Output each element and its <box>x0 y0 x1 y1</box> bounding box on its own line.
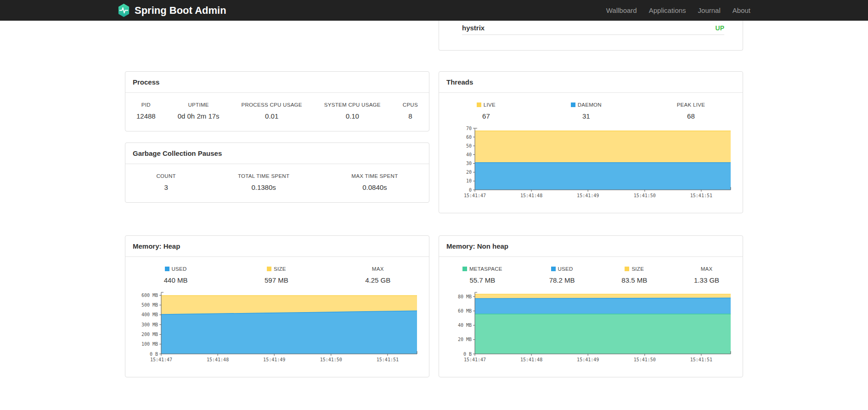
stat-value: 83.5 MB <box>621 276 647 284</box>
stat-heap-size: SIZE 597 MB <box>265 266 288 284</box>
memory-heap-card: Memory: Heap USED 440 MB SIZE 597 MB <box>125 235 429 377</box>
stat-nonheap-used: USED 78.2 MB <box>549 266 575 284</box>
application-row-hystrix[interactable]: hystrix UP <box>462 21 724 35</box>
stat-process-cpu-usage: PROCESS CPU USAGE 0.01 <box>242 102 302 120</box>
stat-nonheap-size: SIZE 83.5 MB <box>621 266 647 284</box>
stat-label: SYSTEM CPU USAGE <box>324 102 381 108</box>
svg-text:15:41:49: 15:41:49 <box>577 193 599 198</box>
stat-gc-max-time: MAX TIME SPENT 0.0840s <box>351 173 398 191</box>
svg-text:600 MB: 600 MB <box>141 293 158 298</box>
nav-link-applications[interactable]: Applications <box>643 6 692 14</box>
brand-title: Spring Boot Admin <box>135 5 226 17</box>
stat-value: 440 MB <box>164 276 188 284</box>
svg-text:0 B: 0 B <box>463 352 472 357</box>
svg-text:60: 60 <box>466 135 472 140</box>
svg-text:100 MB: 100 MB <box>141 342 158 347</box>
svg-text:15:41:51: 15:41:51 <box>377 357 399 362</box>
stat-label-text: SIZE <box>274 266 286 272</box>
stat-label-text: SYSTEM CPU USAGE <box>324 102 381 108</box>
stat-threads-live: LIVE 67 <box>477 102 496 120</box>
stat-label-text: USED <box>558 266 573 272</box>
svg-text:15:41:50: 15:41:50 <box>320 357 342 362</box>
nav-links: Wallboard Applications Journal About <box>600 6 750 14</box>
stat-label: DAEMON <box>571 102 602 108</box>
svg-text:0 B: 0 B <box>150 352 158 357</box>
stat-value: 1.33 GB <box>694 276 719 284</box>
stat-value: 55.7 MB <box>462 276 502 284</box>
stat-label: CPUS <box>403 102 418 108</box>
stat-threads-peak-live: PEAK LIVE 68 <box>677 102 705 120</box>
stat-label-text: MAX <box>701 266 713 272</box>
svg-text:15:41:48: 15:41:48 <box>520 357 542 362</box>
svg-text:15:41:51: 15:41:51 <box>690 357 712 362</box>
svg-text:15:41:50: 15:41:50 <box>634 193 656 198</box>
process-card-title: Process <box>125 72 429 93</box>
stat-gc-count: COUNT 3 <box>157 173 176 191</box>
process-card: Process PID 12488 UPTIME 0d 0h 2m 17s PR… <box>125 71 429 131</box>
threads-card: Threads LIVE 67 DAEMON 31 <box>439 71 743 213</box>
memory-heap-card-title: Memory: Heap <box>125 236 429 257</box>
memory-nonheap-card: Memory: Non heap METASPACE 55.7 MB USED … <box>439 235 743 377</box>
memory-nonheap-card-title: Memory: Non heap <box>439 236 743 257</box>
stat-nonheap-metaspace: METASPACE 55.7 MB <box>462 266 502 284</box>
stat-label-text: TOTAL TIME SPENT <box>238 173 289 179</box>
stat-label: MAX <box>694 266 719 272</box>
svg-text:400 MB: 400 MB <box>141 312 158 317</box>
svg-text:300 MB: 300 MB <box>141 322 158 327</box>
process-card-body: PID 12488 UPTIME 0d 0h 2m 17s PROCESS CP… <box>125 93 429 131</box>
stat-label-text: UPTIME <box>188 102 209 108</box>
svg-text:15:41:51: 15:41:51 <box>690 193 712 198</box>
top-row: hystrix UP <box>125 21 743 51</box>
brand-link[interactable]: Spring Boot Admin <box>118 3 226 17</box>
svg-text:15:41:48: 15:41:48 <box>207 357 229 362</box>
stat-value: 0d 0h 2m 17s <box>178 112 220 120</box>
stat-uptime: UPTIME 0d 0h 2m 17s <box>178 102 220 120</box>
used-legend-swatch <box>551 267 556 271</box>
stat-nonheap-max: MAX 1.33 GB <box>694 266 719 284</box>
stat-label-text: METASPACE <box>469 266 502 272</box>
stat-label-text: PROCESS CPU USAGE <box>242 102 302 108</box>
stat-value: 31 <box>571 112 602 120</box>
memory-heap-stats: USED 440 MB SIZE 597 MB MAX 4.25 GB <box>125 266 429 284</box>
svg-text:15:41:48: 15:41:48 <box>520 193 542 198</box>
memory-heap-chart: 0 B100 MB200 MB300 MB400 MB500 MB600 MB1… <box>125 289 429 366</box>
stat-value: 67 <box>477 112 496 120</box>
stat-value: 4.25 GB <box>365 276 390 284</box>
stat-heap-max: MAX 4.25 GB <box>365 266 390 284</box>
stat-cpus: CPUS 8 <box>403 102 418 120</box>
stat-label: USED <box>549 266 575 272</box>
stat-heap-used: USED 440 MB <box>164 266 188 284</box>
stat-value: 0.01 <box>242 112 302 120</box>
svg-text:500 MB: 500 MB <box>141 302 158 308</box>
svg-text:20: 20 <box>466 170 472 175</box>
svg-text:15:41:50: 15:41:50 <box>634 357 656 362</box>
memory-nonheap-chart: 0 B20 MB40 MB60 MB80 MB15:41:4715:41:481… <box>439 289 743 366</box>
stat-label-text: CPUS <box>403 102 418 108</box>
svg-text:70: 70 <box>466 126 472 131</box>
stat-value: 0.10 <box>324 112 381 120</box>
stat-value: 68 <box>677 112 705 120</box>
svg-text:10: 10 <box>466 178 472 183</box>
stat-label-text: SIZE <box>631 266 644 272</box>
stat-value: 0.0840s <box>351 183 398 191</box>
nav-link-about[interactable]: About <box>727 6 750 14</box>
metaspace-legend-swatch <box>462 267 467 271</box>
stat-label: COUNT <box>157 173 176 179</box>
svg-text:20 MB: 20 MB <box>458 337 472 342</box>
application-name: hystrix <box>462 24 485 32</box>
stat-value: 0.1380s <box>238 183 289 191</box>
svg-text:15:41:49: 15:41:49 <box>263 357 285 362</box>
svg-text:40: 40 <box>466 152 472 157</box>
memory-nonheap-stats: METASPACE 55.7 MB USED 78.2 MB SIZE <box>439 266 743 284</box>
memory-heap-card-body: USED 440 MB SIZE 597 MB MAX 4.25 GB <box>125 257 429 377</box>
stat-label-text: MAX <box>372 266 384 272</box>
stat-value: 8 <box>403 112 418 120</box>
stat-threads-daemon: DAEMON 31 <box>571 102 602 120</box>
nav-link-wallboard[interactable]: Wallboard <box>600 6 643 14</box>
gc-card-title: Garbage Collection Pauses <box>125 143 429 164</box>
svg-text:40 MB: 40 MB <box>458 323 472 328</box>
svg-text:15:41:47: 15:41:47 <box>464 357 486 362</box>
nav-link-journal[interactable]: Journal <box>692 6 727 14</box>
stat-label: USED <box>164 266 188 272</box>
stat-label: PEAK LIVE <box>677 102 705 108</box>
